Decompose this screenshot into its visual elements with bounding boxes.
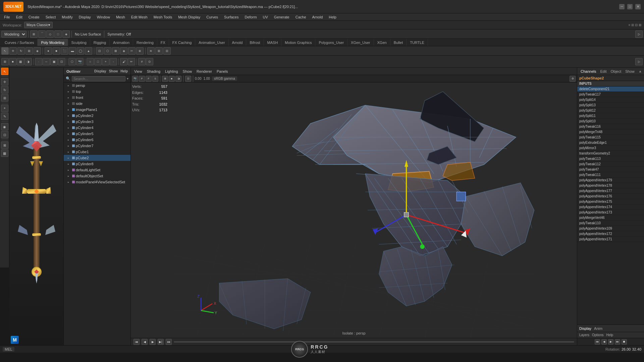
menu-edit[interactable]: Edit <box>13 14 25 20</box>
tab-rigging[interactable]: Rigging <box>90 39 110 46</box>
tab-turtle[interactable]: TURTLE <box>407 39 428 46</box>
layers-btn[interactable]: Layers <box>579 333 589 337</box>
menu-curves[interactable]: Curves <box>204 14 221 20</box>
input-row-polyTweak110[interactable]: polyTweak110 <box>577 221 644 226</box>
menu-generate[interactable]: Generate <box>271 14 292 20</box>
input-row-polyMirror3[interactable]: polyMirror3 <box>577 145 644 151</box>
loop-btn[interactable]: ○ <box>87 58 94 65</box>
vp-settings-btn[interactable]: ⚙ <box>570 76 576 82</box>
outliner-display-btn[interactable]: Display <box>94 69 106 73</box>
cb-rewind-btn[interactable]: ⏮ <box>595 339 600 345</box>
outliner-help-btn[interactable]: Help <box>120 69 128 73</box>
camera-btn2[interactable]: ⊙ <box>146 58 153 65</box>
gamma-select[interactable]: sRGB gamma <box>212 76 237 81</box>
universal-tool[interactable]: ◈ <box>34 47 41 55</box>
vp-persp-btn[interactable]: P <box>139 76 145 82</box>
menu-mesh-tools[interactable]: Mesh Tools <box>151 14 175 20</box>
tree-item-front[interactable]: ▸front <box>64 95 130 101</box>
tree-item-pCylinder3[interactable]: ▸pCylinder3 <box>64 119 130 125</box>
vp-show-menu[interactable]: Show <box>181 69 194 73</box>
tab-curves---surfaces[interactable]: Curves / Surfaces <box>1 39 38 46</box>
vp-wire-btn[interactable]: ⊞ <box>162 76 168 82</box>
prev-frame-btn[interactable]: ◀ <box>142 339 148 345</box>
outliner-show-btn[interactable]: Show <box>109 69 118 73</box>
edge-display[interactable]: ─ <box>43 58 50 65</box>
vp-cam-btn[interactable]: 📷 <box>132 76 138 82</box>
tree-item-pCylinder2[interactable]: ▸pCylinder2 <box>64 113 130 119</box>
tb-snap-to-curve[interactable]: ⌒ <box>38 31 46 38</box>
input-row-polyTweak111[interactable]: polyTweak111 <box>577 172 644 178</box>
move-tool[interactable]: ✛ <box>9 47 17 55</box>
paint-select[interactable]: ✎ <box>1 113 8 120</box>
menu-cache[interactable]: Cache <box>293 14 309 20</box>
vp-lighting-menu[interactable]: Lighting <box>164 69 179 73</box>
vp-view-menu[interactable]: View <box>133 69 144 73</box>
show-tab[interactable]: Show <box>624 69 636 73</box>
input-row-polyAppendVertex109[interactable]: polyAppendVertex109 <box>577 226 644 231</box>
search-options-btn[interactable]: ▾ <box>127 77 128 80</box>
poly-cone[interactable]: ▲ <box>85 47 92 55</box>
extrude-btn[interactable]: ⊡ <box>96 47 103 55</box>
select-tool[interactable]: ↖ <box>1 47 9 55</box>
menu-arnold[interactable]: Arnold <box>310 14 326 20</box>
tab-bullet[interactable]: Bullet <box>390 39 407 46</box>
input-row-transformGeometry2[interactable]: transformGeometry2 <box>577 151 644 156</box>
scale-tool-left[interactable]: ⊞ <box>1 94 8 102</box>
play-btn[interactable]: ▶ <box>150 339 156 345</box>
tree-item-pCylinder6[interactable]: ▸pCylinder6 <box>64 137 130 143</box>
render-btn[interactable]: ▷ <box>635 31 643 38</box>
tab-poly-modeling[interactable]: Poly Modeling <box>38 39 68 46</box>
menu-uv[interactable]: UV <box>260 14 271 20</box>
tab-arnold[interactable]: Arnold <box>229 39 247 46</box>
poly-cylinder[interactable]: ⬛ <box>61 47 68 55</box>
tree-item-side[interactable]: ▸side <box>64 101 130 107</box>
tree-item-pCube2[interactable]: ▸pCube2 <box>64 155 130 161</box>
tab-bifrost[interactable]: Bifrost <box>246 39 264 46</box>
face-display[interactable]: ▣ <box>50 58 58 65</box>
rewind-btn[interactable]: ⏮ <box>133 339 140 345</box>
poly-torus[interactable]: ◯ <box>77 47 84 55</box>
input-row-polyTweak117[interactable]: polyTweak117 <box>577 92 644 97</box>
input-row-polyAppendVertex175[interactable]: polyAppendVertex175 <box>577 199 644 204</box>
menu-deform[interactable]: Deform <box>242 14 259 20</box>
quad-view[interactable]: ⊠ <box>1 141 8 149</box>
tab-fx-caching[interactable]: FX Caching <box>169 39 195 46</box>
uv-display[interactable]: ⊡ <box>58 58 65 65</box>
ring-btn[interactable]: □ <box>94 58 102 65</box>
input-row-polyAppendVertex171[interactable]: polyAppendVertex171 <box>577 237 644 242</box>
display-footer-tab[interactable]: Display <box>579 326 591 330</box>
input-row-polyAppendVertex174[interactable]: polyAppendVertex174 <box>577 204 644 210</box>
grid-btn[interactable]: # <box>138 58 146 65</box>
menu-help[interactable]: Help <box>326 14 339 20</box>
mirror-btn[interactable]: ⊟ <box>163 47 171 55</box>
input-row-polyExtrudeEdge1[interactable]: polyExtrudeEdge1 <box>577 140 644 145</box>
vp-panels-menu[interactable]: Panels <box>215 69 229 73</box>
tree-item-pCylinder5[interactable]: ▸pCylinder5 <box>64 131 130 137</box>
input-row-polyAppendVertex173[interactable]: polyAppendVertex173 <box>577 210 644 215</box>
tb-snap-to-point[interactable]: ◇ <box>46 31 54 38</box>
tab-sculpting[interactable]: Sculpting <box>68 39 90 46</box>
rp-scroll-up[interactable]: ▲ <box>639 69 642 73</box>
workspace-select[interactable]: Maya Classic▾ <box>24 22 53 28</box>
maximize-button[interactable]: □ <box>627 4 633 9</box>
smooth-btn[interactable]: ≋ <box>147 47 155 55</box>
menu-create[interactable]: Create <box>26 14 42 20</box>
anim-footer-tab[interactable]: Anim <box>594 326 602 330</box>
tree-item-pCylinder8[interactable]: ▸pCylinder8 <box>64 161 130 167</box>
tab-animation[interactable]: Animation <box>110 39 133 46</box>
timeline-slider[interactable] <box>174 341 574 343</box>
split-btn[interactable]: ✂ <box>128 47 136 55</box>
vp-renderer-menu[interactable]: Renderer <box>195 69 213 73</box>
input-row-polyTweak113[interactable]: polyTweak113 <box>577 156 644 162</box>
rotate-tool[interactable]: ↻ <box>17 47 25 55</box>
shaded-btn[interactable]: ◑ <box>24 58 32 65</box>
tree-item-pCube1[interactable]: ▸pCube1 <box>64 149 130 155</box>
poly-cube[interactable]: ■ <box>53 47 60 55</box>
paint-btn[interactable]: 🖌 <box>120 58 127 65</box>
bridge-btn[interactable]: ⊠ <box>112 47 119 55</box>
input-row-polySplit11[interactable]: polySplit11 <box>577 113 644 119</box>
vp-light-btn[interactable]: ◑ <box>175 76 181 82</box>
menu-mesh-display[interactable]: Mesh Display <box>175 14 203 20</box>
grow-btn[interactable]: + <box>102 58 109 65</box>
vp-xray-btn[interactable]: ⊡ <box>185 76 191 82</box>
